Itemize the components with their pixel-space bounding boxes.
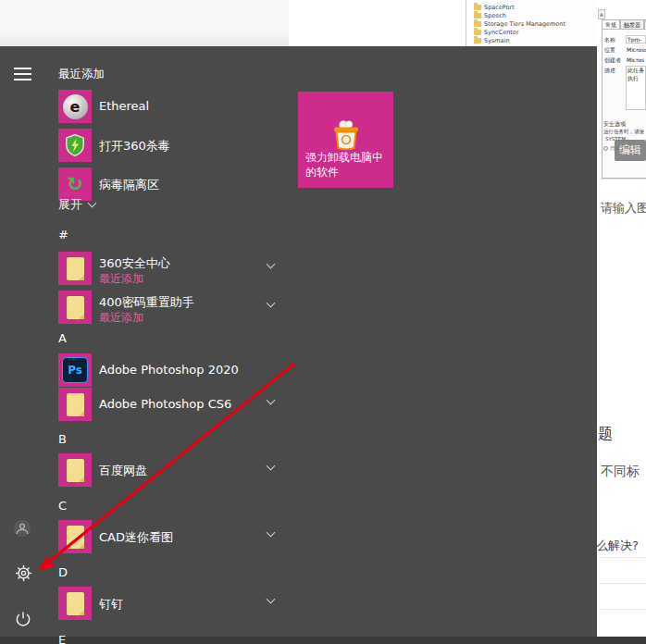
section-letter[interactable]: D [58, 565, 68, 579]
app-tile [58, 291, 92, 324]
edit-button[interactable]: 编辑 [615, 140, 646, 161]
app-tile [58, 453, 92, 487]
app-label: Ethereal [99, 99, 149, 113]
app-tile [58, 129, 92, 162]
app-label: CAD迷你看图 [99, 529, 173, 546]
user-avatar-icon[interactable] [12, 518, 32, 539]
app-label: Adobe Photoshop 2020 [99, 363, 239, 377]
app-label: 360安全中心 [99, 255, 170, 272]
app-item-baidu-netdisk[interactable]: 百度网盘 [58, 453, 290, 487]
folder-icon [67, 257, 84, 280]
folder-icon [474, 30, 481, 35]
recently-added-badge: 最近添加 [99, 310, 143, 326]
settings-gear-icon[interactable] [14, 564, 33, 583]
app-label: 钉钉 [99, 596, 123, 613]
ethereal-logo-icon: e [63, 94, 88, 119]
section-letter[interactable]: A [58, 331, 67, 345]
app-item-photoshop-cs6[interactable]: Adobe Photoshop CS6 [58, 388, 290, 421]
section-letter[interactable]: C [58, 499, 67, 513]
field-label: 位置 [604, 46, 615, 55]
folder-icon [67, 393, 84, 416]
background-page-strip [0, 0, 289, 46]
shield-icon [63, 133, 87, 157]
app-item-cad-viewer[interactable]: CAD迷你看图 [58, 520, 290, 553]
folder-icon [67, 592, 84, 615]
field-value: Microso [627, 46, 646, 53]
field-value: 此任务执行 [626, 66, 646, 110]
hamburger-menu-icon[interactable] [14, 68, 31, 84]
photoshop-icon: Ps [62, 357, 88, 383]
article-heading-fragment: 题 [598, 425, 613, 444]
chevron-down-icon[interactable] [267, 396, 276, 405]
scroll-arrow-glyph: ▲ [600, 11, 603, 17]
recent-header: 最近添加 [58, 67, 105, 82]
field-label: 描述 [604, 67, 615, 75]
app-tile: Ps [58, 353, 92, 387]
app-item-360-security-center[interactable]: 360安全中心 最近添加 [58, 252, 290, 285]
tree-item[interactable]: Speech [474, 11, 506, 19]
app-label: 打开360杀毒 [99, 138, 170, 155]
app-label: 病毒隔离区 [99, 177, 159, 193]
app-item-dingtalk[interactable]: 钉钉 [58, 587, 290, 620]
task-scheduler-tree: SpacePort Speech Storage Tiers Managemen… [467, 0, 597, 46]
recycle-glyph: ↻ [67, 173, 83, 195]
related-question-link[interactable]: 么解决? [596, 538, 639, 554]
divider [600, 179, 646, 180]
folder-icon [474, 5, 481, 10]
app-tile [58, 520, 92, 553]
folder-icon [67, 459, 84, 482]
app-item-400-password-helper[interactable]: 400密码重置助手 最近添加 [58, 291, 290, 324]
tree-item[interactable]: SpacePort [474, 3, 515, 11]
section-letter[interactable]: B [58, 432, 67, 446]
power-button-icon[interactable] [14, 610, 32, 628]
field-value: Tpm-M [626, 35, 646, 43]
app-tile: e [58, 90, 92, 123]
tile-force-uninstall[interactable]: 强力卸载电脑中 的软件 [298, 92, 393, 188]
scrollbar-arrow-icon[interactable]: ▲ [598, 9, 605, 19]
tree-item-label: Sysmain [484, 37, 510, 44]
section-letter[interactable]: E [58, 633, 66, 644]
chevron-down-icon[interactable] [267, 528, 276, 538]
field-value: Micros [627, 56, 644, 63]
radio-icon [603, 146, 608, 151]
expand-label: 展开 [58, 196, 82, 213]
tile-label-line2: 的软件 [305, 165, 339, 180]
chevron-down-icon[interactable] [267, 299, 276, 308]
tree-item[interactable]: Storage Tiers Management [474, 19, 565, 28]
tree-item[interactable]: SyncCenter [474, 28, 519, 36]
app-label: Adobe Photoshop CS6 [99, 397, 231, 411]
taskbar-strip[interactable] [0, 637, 646, 644]
app-tile [58, 252, 92, 285]
tree-item-label: Speech [484, 12, 506, 19]
tree-item[interactable]: Sysmain [474, 36, 510, 44]
app-label: 400密码重置助手 [99, 294, 194, 311]
ps-glyph: Ps [68, 364, 82, 377]
section-letter[interactable]: # [58, 228, 68, 242]
quarantine-recycle-icon: ↻ [67, 175, 83, 194]
trash-bin-icon [329, 119, 364, 151]
chevron-down-icon[interactable] [267, 260, 276, 269]
page-divider [466, 0, 466, 46]
field-label: 名称 [604, 36, 615, 44]
security-line: 运行任务时，请使 [603, 129, 644, 135]
tree-item-label: SpacePort [484, 4, 515, 11]
chevron-down-icon[interactable] [267, 462, 276, 471]
image-caption-placeholder[interactable]: 请输入图 [601, 200, 646, 217]
app-item-360-antivirus[interactable]: 打开360杀毒 [58, 129, 290, 162]
folder-icon [474, 38, 481, 43]
app-label: 百度网盘 [99, 463, 147, 479]
divider [601, 609, 646, 610]
app-item-photoshop-2020[interactable]: Ps Adobe Photoshop 2020 [58, 353, 290, 387]
tree-item-label: Storage Tiers Management [484, 20, 565, 28]
app-item-ethereal[interactable]: e Ethereal [58, 90, 290, 123]
folder-icon [474, 21, 481, 27]
chevron-down-icon [88, 198, 97, 207]
app-tile [58, 587, 92, 620]
chevron-down-icon[interactable] [267, 595, 276, 604]
expand-toggle[interactable]: 展开 [58, 196, 95, 213]
security-options-title: 安全选项 [603, 120, 626, 129]
field-label: 创建者 [604, 56, 621, 65]
edit-button-label: 编辑 [619, 142, 641, 158]
tree-item-label: SyncCenter [484, 29, 519, 36]
ethereal-glyph: e [70, 98, 81, 116]
